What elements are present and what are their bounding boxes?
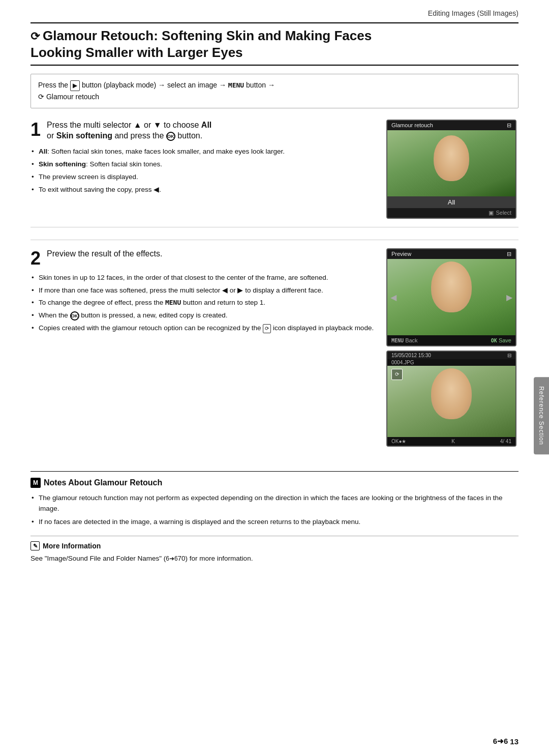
page-container: Editing Images (Still Images) ⟳Glamour R… [0,0,549,756]
title-line2: Looking Smaller with Larger Eyes [30,45,243,60]
preview-ok-save: OK Save [491,337,511,343]
more-info-text: See "Image/Sound File and Folder Names" … [30,554,518,564]
preview-menu-back: MENU Back [391,337,418,343]
page-number-value: 13 [510,737,518,746]
page-number: 6➜6 13 [493,737,518,746]
info-select: select an image [167,81,217,89]
step2-row: 2 Preview the result of the effects. Ski… [30,248,518,455]
step2-bullet3: To change the degree of effect, press th… [30,298,376,308]
step2-preview-image: ◀ ▶ [387,259,515,335]
saved-filename: 0004.JPG [387,359,515,366]
step1-screen-image [387,130,515,196]
step1-screen-header: Glamour retouch ⊟ [387,121,515,130]
title-icon: ⟳ [30,30,40,43]
saved-header-icon: ⊟ [507,353,511,358]
step1-title: 1 Press the multi selector ▲ or ▼ to cho… [30,120,376,141]
step2-preview-screen: Preview ⊟ ◀ ▶ MENU Back OK Save [386,248,516,346]
info-glamour-text: Glamour retouch [46,93,99,101]
step1-screen-header-left: Glamour retouch [391,122,433,128]
preview-left-arrow: ◀ [390,292,396,302]
notes-list: The glamour retouch function may not per… [30,493,518,528]
select-label: Select [496,210,511,216]
saved-header-date: 15/05/2012 15:30 [391,353,431,358]
step1-bullet4: To exit without saving the copy, press ◀… [30,185,376,195]
page-number-prefix: 6➜6 [493,737,508,746]
top-label-text: Editing Images (Still Images) [428,9,518,17]
step2-left: 2 Preview the result of the effects. Ski… [30,248,386,336]
more-info-title-text: More Information [43,542,101,550]
step2-preview-header: Preview ⊟ [387,249,515,259]
notes-title-text: Notes About Glamour Retouch [44,478,162,487]
saved-footer-k: K [451,439,455,444]
main-content: ⟳Glamour Retouch: Softening Skin and Mak… [0,17,549,585]
steps-area: 1 Press the multi selector ▲ or ▼ to cho… [30,120,518,459]
step1-all-bar: All [387,196,515,208]
step2-bullet5: Copies created with the glamour retouch … [30,323,376,334]
step2-right: Preview ⊟ ◀ ▶ MENU Back OK Save [386,248,518,447]
notes-section: M Notes About Glamour Retouch The glamou… [30,471,518,528]
step1-bullet3: The preview screen is displayed. [30,172,376,183]
ok-circle-icon: OK [166,132,175,141]
info-glamour-icon: ⟳ [38,93,44,101]
step1-right: Glamour retouch ⊟ All ▣ Select [386,120,518,219]
step2-bullet1: Skin tones in up to 12 faces, in the ord… [30,273,376,283]
preview-right-arrow: ▶ [506,292,512,302]
step2-preview-footer: MENU Back OK Save [387,335,515,345]
notes-bullet2: If no faces are detected in the image, a… [30,517,518,528]
preview-header-left: Preview [391,251,411,257]
link-arrow-icon: 6➜6 [166,555,177,562]
step1-bullet1: All: Soften facial skin tones, make face… [30,147,376,157]
step2-title: 2 Preview the result of the effects. [30,248,376,268]
step2-bullet4: When the OK button is pressed, a new, ed… [30,310,376,321]
notes-icon: M [30,478,41,488]
step2-bullets: Skin tones in up to 12 faces, in the ord… [30,273,376,334]
reference-section-label: Reference Section [538,386,545,445]
step1-title-text: Press the multi selector ▲ or ▼ to choos… [47,121,211,140]
step1-select-bar: ▣ Select [387,208,515,218]
saved-footer-ok: OK●★ [391,439,407,444]
step1-screen: Glamour retouch ⊟ All ▣ Select [386,120,516,219]
step2-saved-header: 15/05/2012 15:30 ⊟ [387,352,515,359]
more-info-section: ✎ More Information See "Image/Sound File… [30,536,518,564]
face-silhouette-1 [434,135,469,181]
glamour-retouch-icon: ⟳ [391,369,403,380]
info-menu: MENU [228,81,244,89]
face-silhouette-3 [431,368,472,419]
more-info-title: ✎ More Information [30,541,518,550]
step1-left: 1 Press the multi selector ▲ or ▼ to cho… [30,120,386,197]
notes-title: M Notes About Glamour Retouch [30,478,518,488]
info-box: Press the ▶ button (playback mode) → sel… [30,74,518,108]
reference-section-tab: Reference Section [534,377,549,454]
saved-footer-count: 4/ 41 [500,439,511,444]
select-icon: ▣ [489,210,494,216]
step1-bullets: All: Soften facial skin tones, make face… [30,147,376,195]
step-divider [30,240,518,240]
step1-row: 1 Press the multi selector ▲ or ▼ to cho… [30,120,518,227]
step2-saved-footer: OK●★ K 4/ 41 [387,437,515,446]
preview-header-right: ⊟ [507,251,511,257]
step2-title-text: Preview the result of the effects. [47,249,162,258]
pencil-icon: ✎ [30,541,40,550]
notes-bullet1: The glamour retouch function may not per… [30,493,518,514]
step2-saved-image: ⟳ [387,366,515,437]
step2-saved-screen: 15/05/2012 15:30 ⊟ 0004.JPG ⟳ OK●★ K [386,351,516,447]
step1-number: 1 [30,121,41,139]
face-silhouette-2 [431,261,472,312]
top-label: Editing Images (Still Images) [0,0,549,17]
title-line1: Glamour Retouch: Softening Skin and Maki… [43,28,372,43]
step2-bullet2: If more than one face was softened, pres… [30,285,376,296]
step1-bullet2: Skin softening: Soften facial skin tones… [30,159,376,170]
step2-number: 2 [30,249,41,268]
ok-circle-icon-2: OK [70,311,79,321]
step1-screen-header-right: ⊟ [507,122,511,129]
page-title: ⟳Glamour Retouch: Softening Skin and Mak… [30,22,518,66]
